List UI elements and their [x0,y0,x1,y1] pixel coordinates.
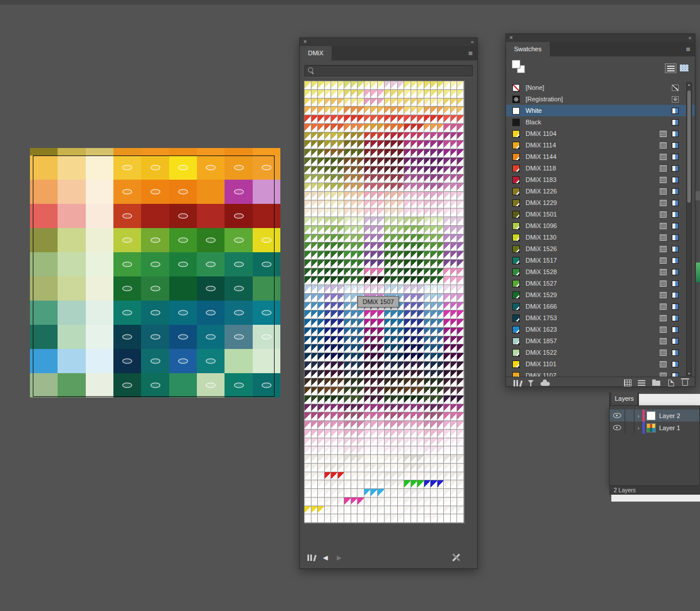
dmix-swatch[interactable] [378,234,385,243]
dmix-swatch[interactable] [451,98,458,107]
expand-layer-icon[interactable]: › [634,412,642,419]
dmix-swatch[interactable] [318,370,325,379]
dmix-swatch[interactable] [431,294,438,302]
dmix-swatch[interactable] [305,192,311,200]
swatch-row[interactable]: DMiX 1229 [506,197,695,208]
dmix-swatch[interactable] [364,336,371,345]
dmix-swatch[interactable] [404,344,411,353]
dmix-swatch[interactable] [331,404,338,413]
dmix-swatch[interactable] [438,302,444,311]
artwork-cell[interactable] [58,325,85,349]
dmix-swatch[interactable] [391,174,398,183]
dmix-swatch[interactable] [404,268,411,277]
dmix-swatch[interactable] [305,344,311,353]
dmix-swatch[interactable] [417,498,424,506]
artwork-cell[interactable] [58,252,85,276]
dmix-swatch[interactable] [417,234,424,243]
dmix-swatch[interactable] [451,90,458,98]
dmix-swatch[interactable] [311,242,318,251]
dmix-swatch[interactable] [344,370,351,379]
dmix-swatch[interactable] [325,412,332,421]
dmix-swatch[interactable] [338,455,345,464]
dmix-swatch[interactable] [424,446,431,455]
dmix-swatch[interactable] [457,455,464,464]
dmix-swatch[interactable] [391,141,398,149]
dmix-swatch[interactable] [385,149,391,158]
dmix-swatch[interactable] [325,260,332,268]
dmix-swatch[interactable] [378,353,385,362]
dmix-swatch[interactable] [444,149,451,158]
artwork-cell[interactable] [86,252,113,276]
dmix-swatch[interactable] [431,328,438,336]
close-icon[interactable]: × [509,34,513,42]
scrollbar-thumb[interactable] [687,90,691,203]
dmix-swatch[interactable] [364,141,371,149]
dmix-swatch[interactable] [404,234,411,243]
dmix-swatch[interactable] [451,242,458,251]
dmix-swatch[interactable] [398,251,405,260]
swatch-row[interactable]: DMiX 1118 [506,162,695,174]
dmix-swatch[interactable] [338,472,345,481]
dmix-swatch[interactable] [444,90,451,98]
dmix-swatch[interactable] [318,464,325,472]
dmix-swatch[interactable] [305,98,311,107]
dmix-swatch[interactable] [451,302,458,311]
dmix-swatch[interactable] [431,302,438,311]
swatch-row[interactable]: DMiX 1183 [506,174,695,185]
dmix-swatch[interactable] [305,234,311,243]
dmix-swatch[interactable] [357,192,364,200]
dmix-swatch[interactable] [385,107,391,115]
dmix-swatch[interactable] [404,141,411,149]
dmix-swatch[interactable] [371,430,378,438]
dmix-swatch[interactable] [331,319,338,328]
dmix-swatch[interactable] [305,166,311,175]
artwork-cell[interactable] [86,228,113,252]
dmix-swatch[interactable] [431,378,438,387]
dmix-swatch[interactable] [305,158,311,166]
dmix-swatch[interactable] [385,115,391,124]
dmix-swatch[interactable] [378,217,385,226]
dmix-swatch[interactable] [338,208,345,217]
dmix-swatch[interactable] [438,260,444,268]
dmix-swatch[interactable] [398,226,405,234]
artwork-strip-cell[interactable] [253,148,280,155]
dmix-swatch[interactable] [431,370,438,379]
dmix-swatch[interactable] [344,166,351,175]
dmix-swatch[interactable] [378,141,385,149]
dmix-swatch[interactable] [398,141,405,149]
dmix-swatch[interactable] [351,344,358,353]
dmix-swatch[interactable] [311,446,318,455]
artwork-strip-cell[interactable] [197,148,225,155]
dmix-swatch[interactable] [331,115,338,124]
dmix-swatch[interactable] [398,387,405,396]
dmix-swatch[interactable] [431,480,438,489]
artwork-cell[interactable] [30,349,58,373]
dmix-swatch[interactable] [305,260,311,268]
dmix-swatch[interactable] [438,387,444,396]
dmix-swatch[interactable] [417,260,424,268]
dmix-swatch[interactable] [344,506,351,515]
dmix-swatch[interactable] [344,438,351,447]
dmix-swatch[interactable] [451,107,458,115]
artwork-cell[interactable] [58,301,85,325]
dmix-swatch[interactable] [457,412,464,421]
dmix-swatch[interactable] [325,421,332,430]
dmix-swatch[interactable] [351,115,358,124]
dmix-swatch[interactable] [411,302,418,311]
dmix-swatch[interactable] [398,489,405,498]
dmix-swatch[interactable] [378,387,385,396]
artwork-cell[interactable] [169,373,197,397]
dmix-swatch[interactable] [385,81,391,90]
dmix-swatch[interactable] [404,260,411,268]
dmix-swatch[interactable] [451,362,458,370]
dmix-swatch[interactable] [444,480,451,489]
dmix-swatch[interactable] [318,396,325,404]
dmix-swatch[interactable] [338,430,345,438]
dmix-swatch[interactable] [417,149,424,158]
dmix-swatch[interactable] [411,498,418,506]
swatch-row[interactable]: DMiX 1101 [506,358,695,370]
dmix-swatch[interactable] [417,115,424,124]
dmix-swatch[interactable] [424,455,431,464]
dmix-swatch[interactable] [404,455,411,464]
dmix-swatch[interactable] [371,81,378,90]
